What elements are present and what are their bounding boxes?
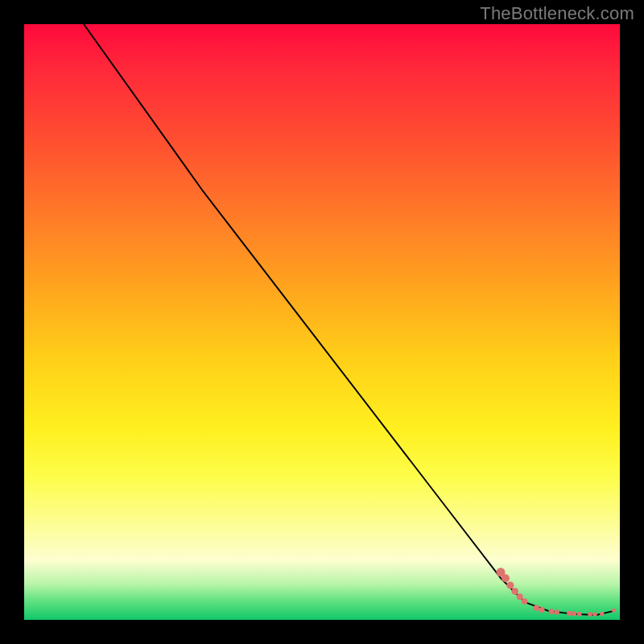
marker-point (502, 574, 510, 582)
attribution-text: TheBottleneck.com (480, 3, 634, 24)
marker-point (534, 605, 539, 611)
marker-point (554, 609, 559, 614)
marker-point (522, 598, 528, 605)
chart-stage: TheBottleneck.com (0, 0, 644, 644)
marker-point (567, 611, 572, 616)
marker-point (549, 609, 555, 614)
marker-point (592, 612, 597, 617)
marker-point (506, 581, 514, 588)
marker-point (539, 607, 545, 613)
bottleneck-curve (84, 24, 614, 615)
marker-point (612, 609, 616, 613)
marker-point (572, 611, 576, 616)
markers-group (497, 568, 617, 616)
marker-point (517, 593, 523, 600)
marker-point (511, 588, 518, 595)
chart-svg (24, 24, 620, 620)
marker-point (577, 612, 582, 617)
marker-point (600, 612, 604, 616)
plot-area (24, 24, 620, 620)
marker-point (588, 612, 592, 617)
